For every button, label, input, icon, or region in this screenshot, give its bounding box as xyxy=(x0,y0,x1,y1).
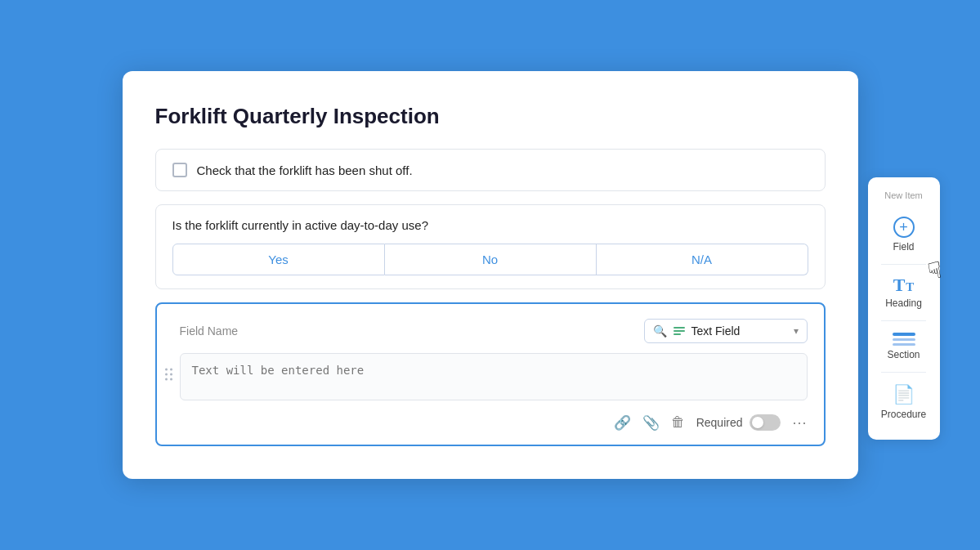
drag-dot xyxy=(170,369,172,371)
link-icon[interactable]: 🔗 xyxy=(614,414,631,432)
sidebar-item-heading-label: Heading xyxy=(885,297,922,309)
line-short xyxy=(673,333,681,335)
sidebar-item-field[interactable]: + Field ☟ xyxy=(876,210,932,259)
section-icon xyxy=(893,333,915,346)
required-row: Required xyxy=(696,414,781,431)
main-card: Forklift Quarterly Inspection Check that… xyxy=(123,71,858,479)
more-options-button[interactable]: ⋯ xyxy=(792,414,808,432)
drag-dot xyxy=(170,373,172,376)
drag-dot xyxy=(165,373,168,376)
divider xyxy=(881,264,925,265)
sidebar-panel: New Item + Field ☟ TT Heading xyxy=(868,177,940,440)
toggle-slider xyxy=(750,414,781,431)
search-icon: 🔍 xyxy=(653,324,667,338)
heading-icon: TT xyxy=(893,276,915,294)
sidebar-item-section[interactable]: Section xyxy=(876,326,932,367)
drag-handle[interactable] xyxy=(165,369,172,381)
checkbox-label: Check that the forklift has been shut of… xyxy=(197,163,413,177)
form-area: Check that the forklift has been shut of… xyxy=(155,149,826,446)
yes-button[interactable]: Yes xyxy=(172,244,385,275)
sidebar-item-procedure-label: Procedure xyxy=(881,409,926,420)
divider xyxy=(881,372,925,373)
new-item-label: New Item xyxy=(884,190,922,200)
required-label: Required xyxy=(696,416,743,429)
text-field-icon xyxy=(673,327,685,335)
yes-no-card: Is the forklift currently in active day-… xyxy=(155,204,826,289)
divider xyxy=(881,320,925,321)
required-toggle[interactable] xyxy=(750,414,781,431)
attachment-icon[interactable]: 📎 xyxy=(642,414,660,432)
plus-circle-icon: + xyxy=(893,217,915,238)
no-button[interactable]: No xyxy=(385,244,597,275)
field-top-row: Field Name 🔍 Text Field ▾ xyxy=(180,319,808,343)
checkbox-row[interactable]: Check that the forklift has been shut of… xyxy=(155,149,826,191)
line xyxy=(673,327,685,329)
chevron-down-icon: ▾ xyxy=(794,325,799,337)
field-type-select[interactable]: 🔍 Text Field ▾ xyxy=(644,319,808,343)
field-type-text: Text Field xyxy=(691,324,741,338)
yes-no-buttons: Yes No N/A xyxy=(172,244,808,275)
active-field-card: Field Name 🔍 Text Field ▾ xyxy=(155,302,826,446)
action-icons: 🔗 📎 🗑 xyxy=(614,414,685,432)
checkbox-input[interactable] xyxy=(172,163,187,177)
field-add-icon: + xyxy=(893,217,915,238)
field-actions-row: 🔗 📎 🗑 Required ⋯ xyxy=(180,414,808,432)
field-text-input[interactable] xyxy=(180,353,808,400)
sidebar-item-heading[interactable]: TT Heading xyxy=(876,270,932,315)
sidebar-item-field-label: Field xyxy=(893,241,914,253)
delete-icon[interactable]: 🗑 xyxy=(671,414,685,431)
sidebar-item-procedure[interactable]: 📄 Procedure xyxy=(876,378,932,427)
field-type-left: 🔍 Text Field xyxy=(653,324,741,338)
na-button[interactable]: N/A xyxy=(597,244,808,275)
line xyxy=(673,330,685,332)
drag-dot xyxy=(165,378,168,381)
field-name-label: Field Name xyxy=(180,324,634,338)
sidebar-item-section-label: Section xyxy=(887,349,920,360)
drag-dot xyxy=(170,378,172,381)
page-title: Forklift Quarterly Inspection xyxy=(155,104,826,129)
drag-dot xyxy=(165,369,168,371)
yes-no-question: Is the forklift currently in active day-… xyxy=(172,218,808,232)
procedure-icon: 📄 xyxy=(893,384,915,405)
